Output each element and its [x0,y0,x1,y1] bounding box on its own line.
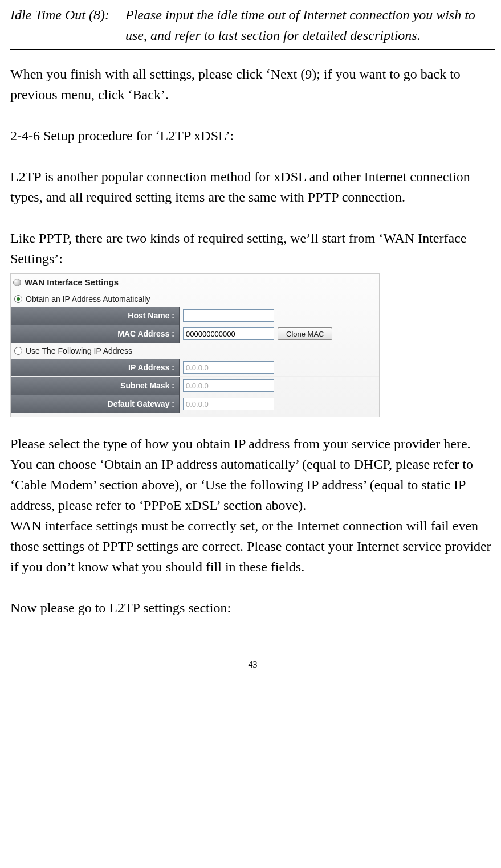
paragraph-wan-intro: Like PPTP, there are two kinds of requir… [10,228,495,269]
label-subnet-mask: Subnet Mask : [11,377,180,395]
paragraph-wan-warning: WAN interface settings must be correctly… [10,515,495,577]
paragraph-l2tp-next: Now please go to L2TP settings section: [10,597,495,618]
row-mac-address: MAC Address : Clone MAC [11,325,379,343]
panel-title-row: WAN Interface Settings [11,274,379,292]
panel-title-text: WAN Interface Settings [25,276,119,289]
paragraph-select-type: Please select the type of how you obtain… [10,433,495,515]
bullet-icon [13,279,21,286]
radio-auto[interactable] [14,295,22,303]
row-subnet-mask: Subnet Mask : [11,377,379,395]
definition-row: Idle Time Out (8): Please input the idle… [10,5,495,50]
definition-label: Idle Time Out (8): [10,5,109,46]
field-ip-address [180,359,278,375]
label-default-gateway: Default Gateway : [11,395,180,413]
input-default-gateway[interactable] [183,398,274,410]
paragraph-finish: When you finish with all settings, pleas… [10,64,495,105]
label-ip-address: IP Address : [11,359,180,376]
input-ip-address[interactable] [183,361,274,374]
clone-mac-button[interactable]: Clone MAC [278,327,332,340]
row-host-name: Host Name : [11,307,379,325]
row-ip-address: IP Address : [11,359,379,377]
radio-static-label: Use The Following IP Address [26,345,132,357]
page-number: 43 [10,658,495,672]
input-mac-address[interactable] [183,327,274,340]
radio-auto-label: Obtain an IP Address Automatically [26,293,150,305]
definition-desc: Please input the idle time out of Intern… [125,5,495,46]
input-host-name[interactable] [183,309,274,322]
wan-settings-panel: WAN Interface Settings Obtain an IP Addr… [10,273,380,417]
radio-static[interactable] [14,347,22,355]
input-subnet-mask[interactable] [183,379,274,392]
field-host-name [180,308,278,324]
label-mac-address: MAC Address : [11,325,180,343]
section-heading: 2-4-6 Setup procedure for ‘L2TP xDSL’: [10,125,495,146]
field-mac-address: Clone MAC [180,326,336,342]
field-default-gateway [180,396,278,412]
paragraph-l2tp-intro: L2TP is another popular connection metho… [10,166,495,207]
radio-auto-row[interactable]: Obtain an IP Address Automatically [11,292,379,307]
label-host-name: Host Name : [11,307,180,325]
field-subnet-mask [180,378,278,394]
radio-static-row[interactable]: Use The Following IP Address [11,343,379,359]
row-default-gateway: Default Gateway : [11,395,379,413]
